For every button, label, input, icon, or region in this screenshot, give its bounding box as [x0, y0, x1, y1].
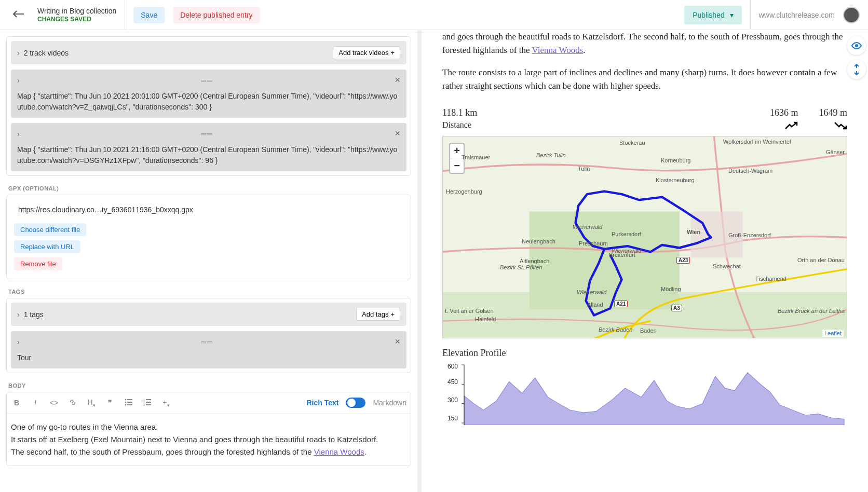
- map-place-label: Breitenfurt: [609, 252, 635, 258]
- add-tags-button[interactable]: Add tags +: [356, 308, 400, 321]
- map-place-label: Purkersdorf: [612, 231, 641, 237]
- route-map[interactable]: + − Leaflet Stockerau Wolkersdorf im Wei…: [442, 136, 847, 338]
- tag-content: Tour: [17, 352, 400, 363]
- map-place-label: Tulln: [578, 166, 590, 172]
- map-place-label: Mödling: [661, 286, 681, 292]
- add-track-videos-button[interactable]: Add track videos +: [333, 46, 400, 59]
- preview-toggle-icon[interactable]: [847, 36, 866, 55]
- svg-rect-5: [127, 404, 132, 405]
- map-place-label: Wienerwald: [573, 224, 602, 230]
- richtext-mode[interactable]: Rich Text: [306, 399, 338, 407]
- replace-url-button[interactable]: Replace with URL: [14, 240, 80, 253]
- map-place-label: Deutsch-Wagram: [728, 168, 772, 174]
- gpx-url: https://res.cloudinary.co…ty_6936011936_…: [14, 201, 403, 221]
- chevron-right-icon[interactable]: ›: [17, 130, 20, 138]
- map-place-label: Wolkersdorf im Weinviertel: [723, 139, 791, 145]
- road-badge: A23: [676, 257, 690, 264]
- map-place-label: Wienerwald: [577, 289, 606, 295]
- svg-point-0: [125, 399, 127, 400]
- svg-point-2: [125, 401, 127, 403]
- svg-rect-3: [127, 402, 132, 403]
- markdown-mode[interactable]: Markdown: [373, 399, 406, 407]
- bold-icon[interactable]: B: [11, 399, 22, 407]
- track-video-content: Map { "starttime": Thu Jun 10 2021 20:01…: [17, 91, 400, 113]
- delete-button[interactable]: Delete published entry: [173, 7, 260, 23]
- plus-icon: +: [390, 49, 395, 57]
- italic-icon[interactable]: I: [30, 399, 41, 407]
- tags-label: TAGS: [8, 289, 411, 295]
- svg-point-4: [125, 404, 127, 405]
- remove-file-button[interactable]: Remove file: [14, 257, 62, 270]
- drag-handle-icon[interactable]: ══: [201, 76, 213, 85]
- avatar[interactable]: [843, 7, 860, 23]
- gpx-section: https://res.cloudinary.co…ty_6936011936_…: [6, 195, 411, 279]
- drag-handle-icon[interactable]: ══: [201, 338, 213, 346]
- elevation-title: Elevation Profile: [442, 348, 847, 359]
- map-place-label: Klosterneuburg: [656, 177, 695, 183]
- drag-handle-icon[interactable]: ══: [201, 130, 213, 138]
- svg-rect-11: [146, 404, 151, 405]
- map-place-label: Wien: [687, 229, 700, 235]
- preview-paragraph: The route consists to a large part of in…: [442, 66, 847, 93]
- chevron-right-icon[interactable]: ›: [17, 338, 20, 346]
- chevron-right-icon[interactable]: ›: [17, 76, 20, 85]
- vienna-woods-link[interactable]: Vienna Woods: [532, 45, 583, 55]
- close-icon[interactable]: ×: [395, 336, 400, 347]
- distance-label: Distance: [442, 120, 477, 130]
- tag-item: › ══ × Tour: [11, 331, 406, 368]
- back-button[interactable]: [8, 5, 29, 24]
- leaflet-attribution[interactable]: Leaflet: [822, 330, 844, 337]
- choose-file-button[interactable]: Choose different file: [14, 223, 86, 236]
- chevron-right-icon[interactable]: ›: [17, 49, 20, 57]
- svg-text:3: 3: [143, 403, 145, 406]
- gpx-label: GPX (OPTIONAL): [8, 185, 411, 192]
- map-place-label: Schwechat: [713, 263, 741, 269]
- map-place-label: Orth an der Donau: [797, 257, 845, 263]
- map-place-label: Baden: [640, 327, 657, 334]
- trending-up-icon: [784, 121, 798, 132]
- close-icon[interactable]: ×: [395, 75, 400, 86]
- page-title: Writing in Blog collection: [37, 6, 116, 16]
- map-place-label: Alland: [587, 302, 603, 308]
- elevation-chart: 600 450 300 150: [442, 363, 847, 425]
- road-badge: A3: [671, 305, 682, 311]
- map-place-label: Bezirk Tulln: [536, 152, 566, 158]
- zoom-out-button[interactable]: −: [450, 158, 464, 173]
- published-dropdown[interactable]: Published ▾: [684, 6, 742, 24]
- map-place-label: t. Veit an er Gölsen: [445, 308, 494, 314]
- map-place-label: Bezirk Baden: [599, 326, 632, 333]
- map-place-label: Stockerau: [619, 140, 645, 146]
- numbered-list-icon[interactable]: 123: [142, 399, 153, 407]
- body-label: BODY: [8, 382, 411, 389]
- elevation-down-value: 1649 m: [819, 107, 847, 118]
- link-icon[interactable]: [67, 398, 78, 408]
- editor-mode-toggle[interactable]: [346, 398, 365, 408]
- save-status: CHANGES SAVED: [37, 16, 116, 24]
- close-icon[interactable]: ×: [395, 128, 400, 139]
- save-button[interactable]: Save: [133, 7, 165, 23]
- svg-rect-9: [146, 402, 151, 403]
- code-icon[interactable]: <>: [48, 399, 60, 407]
- svg-rect-7: [146, 399, 151, 400]
- map-place-label: Gänser: [826, 149, 845, 155]
- editor-content[interactable]: One of my go-to routes in the Vienna are…: [7, 414, 411, 466]
- site-url[interactable]: www.clutchrelease.com: [759, 11, 835, 19]
- chevron-right-icon[interactable]: ›: [17, 310, 20, 319]
- heading-icon[interactable]: H▾: [86, 398, 97, 408]
- map-place-label: Altlengbach: [520, 258, 550, 264]
- chevron-down-icon: ▾: [730, 11, 734, 19]
- body-editor: B I <> H▾ ❞ 123 +▾ Rich T: [6, 392, 411, 466]
- map-place-label: Groß-Enzersdorf: [728, 232, 771, 238]
- add-block-icon[interactable]: +▾: [160, 398, 172, 408]
- quote-icon[interactable]: ❞: [104, 399, 116, 407]
- map-place-label: Korneuburg: [661, 157, 691, 163]
- vienna-woods-link[interactable]: Vienna Woods: [314, 447, 364, 456]
- road-badge: A21: [614, 300, 628, 307]
- preview-paragraph: and goes through the beautiful roads to …: [442, 30, 847, 58]
- scroll-sync-icon[interactable]: [847, 60, 866, 79]
- track-video-content: Map { "starttime": Thu Jun 10 2021 21:16…: [17, 144, 400, 166]
- distance-value: 118.1 km: [442, 107, 477, 118]
- svg-rect-1: [127, 399, 132, 400]
- tags-header: 1 tags: [24, 310, 352, 319]
- bullet-list-icon[interactable]: [123, 399, 134, 407]
